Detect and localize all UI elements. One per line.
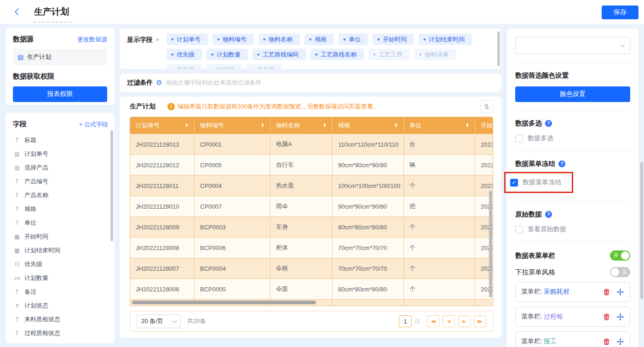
- table-row: JH20221128010CP0007雨伞90cm*90cm*90/90把202…: [130, 196, 493, 216]
- menubar-toggle[interactable]: 开: [610, 250, 630, 261]
- display-field-tag[interactable]: ▾计划结束时间: [419, 34, 472, 45]
- change-datasource-link[interactable]: 更改数据源: [77, 35, 107, 44]
- fields-scrollbar[interactable]: [110, 130, 113, 241]
- menubar-item-过程检[interactable]: 菜单栏:过程检: [515, 307, 630, 327]
- field-item-规格[interactable]: T规格: [13, 202, 108, 216]
- field-item-产品名称[interactable]: T产品名称: [13, 188, 108, 202]
- add-display-field-button[interactable]: +: [155, 35, 160, 43]
- settings-select[interactable]: [515, 37, 630, 54]
- raw-data-checkbox[interactable]: [515, 226, 523, 233]
- field-item-开始时间[interactable]: ▦开始时间: [13, 230, 108, 244]
- display-field-tag[interactable]: ▾工艺路线编码: [253, 49, 306, 60]
- display-field-tag[interactable]: ▾计划单号: [167, 34, 208, 45]
- report-permission-button[interactable]: 报表权限: [13, 86, 107, 102]
- field-item-label: 标题: [24, 136, 36, 144]
- display-field-tags: ▾计划单号▾物料编号▾物料名称▾规格▾单位▾开始时间▾计划结束时间▾优先级▾计划…: [167, 34, 493, 65]
- table-vertical-scrollbar[interactable]: [489, 191, 492, 297]
- display-field-tag[interactable]: ▾优先级: [167, 49, 202, 60]
- back-button[interactable]: [13, 7, 22, 17]
- last-page-button[interactable]: ▶▶: [474, 315, 486, 327]
- display-field-tag[interactable]: ▾工艺路线名称: [310, 49, 364, 60]
- datasource-item[interactable]: ▤ 生产计划: [13, 49, 107, 65]
- text-field-icon: T: [13, 316, 21, 323]
- caret-down-icon: ▾: [263, 37, 265, 42]
- display-field-tag[interactable]: ▾单位: [339, 34, 368, 45]
- save-button[interactable]: 保存: [602, 6, 638, 19]
- field-item-备注[interactable]: T备注: [13, 285, 108, 299]
- trash-icon[interactable]: [603, 338, 610, 346]
- move-icon[interactable]: [616, 288, 624, 296]
- field-item-计划数量[interactable]: 123计划数量: [13, 271, 108, 285]
- prev-page-button[interactable]: ◀: [443, 315, 455, 327]
- field-item-计划单号[interactable]: ▤计划单号: [13, 147, 108, 161]
- field-item-label: 产品编号: [24, 177, 48, 186]
- table-cell: 70cm*70cm*70/70: [333, 238, 404, 258]
- document-icon: ▤: [17, 53, 23, 61]
- table-cell: 70cm*70cm*70/70: [333, 258, 404, 279]
- column-header-单位[interactable]: 单位▲▼: [404, 117, 475, 134]
- date-field-icon: ▦: [13, 233, 21, 240]
- display-field-tag[interactable]: ▾物料编号: [213, 34, 254, 45]
- multi-select-checkbox[interactable]: [515, 135, 523, 142]
- field-item-标题[interactable]: T标题: [13, 133, 108, 147]
- field-item-优先级[interactable]: ⊡优先级: [13, 257, 108, 271]
- move-icon[interactable]: [616, 338, 624, 346]
- display-field-tag[interactable]: ▾计划数量: [207, 49, 248, 60]
- field-item-来料质检状态[interactable]: T来料质检状态: [13, 313, 108, 326]
- display-field-tag[interactable]: ▾规格: [305, 34, 334, 45]
- column-header-物料名称[interactable]: 物料名称▲▼: [270, 117, 333, 134]
- next-page-button[interactable]: ▶: [458, 315, 471, 327]
- table-cell: 台: [404, 134, 475, 154]
- field-item-选择产品[interactable]: ▥选择产品: [13, 161, 108, 175]
- first-page-button[interactable]: ◀◀: [427, 315, 439, 327]
- menubar-item-报工[interactable]: 菜单栏:报工: [515, 331, 630, 347]
- trash-icon[interactable]: [603, 313, 610, 321]
- menu-freeze-checkbox[interactable]: ✓: [510, 179, 518, 187]
- move-icon[interactable]: [616, 313, 624, 321]
- field-list: T标题▤计划单号▥选择产品T产品编号T产品名称T规格T单位▦开始时间▦计划结束时…: [13, 133, 108, 340]
- menu-freeze-title: 数据菜单冻结 ?: [515, 159, 630, 168]
- field-item-计划结束时间[interactable]: ▦计划结束时间: [13, 244, 108, 257]
- caret-down-icon: ▾: [211, 52, 213, 57]
- gear-icon[interactable]: ⚙: [156, 79, 162, 87]
- field-item-单位[interactable]: T单位: [13, 216, 108, 230]
- column-header-label: 物料编号: [200, 121, 224, 130]
- table-cell: 2023-03: [475, 134, 493, 154]
- help-icon[interactable]: ?: [558, 160, 565, 167]
- serial-field-icon: ▤: [13, 151, 21, 157]
- caret-down-icon: ▾: [171, 52, 173, 57]
- color-settings-button[interactable]: 颜色设置: [515, 86, 630, 102]
- add-formula-field-link[interactable]: + 公式字段: [79, 120, 108, 129]
- display-fields-scrollbar[interactable]: [497, 31, 500, 66]
- page-scrollbar[interactable]: [640, 162, 643, 299]
- table-header-row: 计划单号▲▼物料编号▲▼物料名称▲▼规格▲▼单位▲▼开始时间▲▼: [130, 117, 493, 134]
- table-horizontal-scrollbar[interactable]: [132, 301, 316, 304]
- column-header-开始时间[interactable]: 开始时间▲▼: [475, 117, 493, 134]
- table-cell: JH20221128008: [130, 238, 195, 258]
- field-item-计划状态[interactable]: ≡计划状态: [13, 299, 108, 313]
- column-header-物料编号[interactable]: 物料编号▲▼: [195, 117, 270, 134]
- trash-icon[interactable]: [603, 288, 610, 296]
- display-field-tag[interactable]: ▾物料名称: [259, 34, 300, 45]
- table-cell: JH20221128006: [130, 279, 195, 299]
- sort-desc-icon: ▼: [323, 125, 327, 128]
- page-size-select[interactable]: 20 条/页: [137, 314, 181, 328]
- filter-color-title: 数据筛选颜色设置: [515, 71, 630, 80]
- field-item-过程质检状态[interactable]: T过程质检状态: [13, 326, 108, 340]
- field-item-label: 备注: [24, 288, 36, 296]
- sort-toggle-button[interactable]: ⇅: [480, 100, 493, 113]
- display-field-tag[interactable]: ▾开始时间: [373, 34, 414, 45]
- table-cell: 电脑A: [270, 134, 333, 154]
- menubar-item-采购耗材[interactable]: 菜单栏:采购耗材: [515, 282, 630, 302]
- sort-arrows-icon: ▲▼: [319, 123, 327, 128]
- fields-panel: 字段 + 公式字段 T标题▤计划单号▥选择产品T产品编号T产品名称T规格T单位▦…: [6, 113, 115, 343]
- dropdown-style-toggle[interactable]: 关: [610, 267, 630, 277]
- column-header-计划单号[interactable]: 计划单号▲▼: [130, 117, 195, 134]
- page-input[interactable]: [399, 315, 412, 327]
- column-header-规格[interactable]: 规格▲▼: [333, 117, 404, 134]
- help-icon[interactable]: ?: [545, 120, 552, 127]
- field-item-产品编号[interactable]: T产品编号: [13, 175, 108, 188]
- table-cell: CP0005: [195, 155, 270, 175]
- help-icon[interactable]: ?: [545, 211, 552, 218]
- sort-desc-icon: ▼: [466, 125, 469, 128]
